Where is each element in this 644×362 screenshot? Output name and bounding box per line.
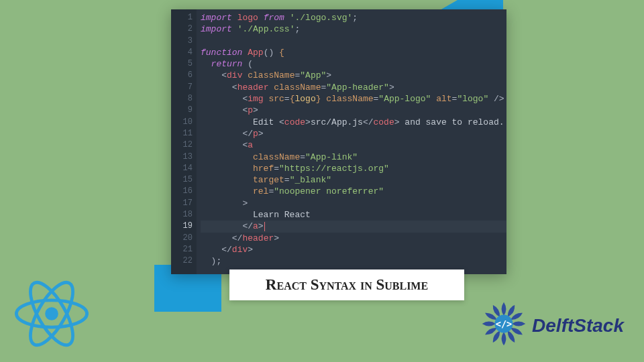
line-number: 13 (171, 152, 193, 163)
code-line: > (201, 198, 506, 209)
react-logo-icon (15, 280, 89, 351)
code-line: <img src={logo} className="App-logo" alt… (201, 93, 506, 105)
code-line: </p> (201, 128, 506, 139)
svg-point-0 (45, 307, 58, 320)
code-line: target="_blank" (201, 174, 506, 186)
line-number: 10 (171, 117, 193, 128)
code-line: <div className="App"> (201, 70, 506, 81)
line-number: 2 (171, 23, 193, 35)
line-number: 6 (171, 70, 193, 81)
code-line: </div> (201, 244, 506, 255)
line-number: 5 (171, 58, 193, 70)
title-card: React Syntax in Sublime (229, 269, 464, 300)
line-number: 9 (171, 105, 193, 116)
brand-text: DelftStack (532, 315, 624, 337)
cursor (264, 222, 265, 231)
code-line: import logo from './logo.svg'; (201, 12, 506, 23)
line-number: 1 (171, 12, 193, 23)
line-number-gutter: 12345678910111213141516171819202122 (171, 9, 197, 274)
line-number: 21 (171, 244, 193, 255)
code-line: return ( (201, 58, 506, 70)
line-number: 7 (171, 82, 193, 93)
code-editor: 12345678910111213141516171819202122 impo… (171, 9, 506, 274)
code-line: ); (201, 255, 506, 267)
svg-text:</>: </> (496, 318, 513, 329)
line-number: 8 (171, 93, 193, 105)
line-number: 11 (171, 128, 193, 139)
brand-logo: </> DelftStack (481, 301, 624, 350)
title-text: React Syntax in Sublime (266, 276, 428, 294)
code-line: <a (201, 139, 506, 151)
line-number: 20 (171, 233, 193, 244)
code-line: className="App-link" (201, 152, 506, 163)
code-line: Edit <code>src/App.js</code> and save to… (201, 117, 506, 128)
code-area: import logo from './logo.svg';import './… (197, 9, 506, 274)
line-number: 19 (171, 221, 193, 232)
code-line: </header> (201, 233, 506, 244)
code-line: <p> (201, 105, 506, 116)
line-number: 3 (171, 36, 193, 47)
code-line: import './App.css'; (201, 23, 506, 35)
line-number: 14 (171, 163, 193, 174)
code-line: <header className="App-header"> (201, 82, 506, 93)
line-number: 15 (171, 174, 193, 186)
code-line: rel="noopener noreferrer" (201, 186, 506, 197)
code-line: function App() { (201, 47, 506, 58)
code-line: Learn React (201, 209, 506, 221)
line-number: 22 (171, 255, 193, 267)
line-number: 18 (171, 209, 193, 221)
line-number: 17 (171, 198, 193, 209)
code-line: href="https://reactjs.org" (201, 163, 506, 174)
line-number: 12 (171, 139, 193, 151)
code-line (201, 36, 506, 47)
code-line: </a> (201, 221, 506, 232)
brand-mandala-icon: </> (481, 301, 527, 350)
line-number: 16 (171, 186, 193, 197)
line-number: 4 (171, 47, 193, 58)
